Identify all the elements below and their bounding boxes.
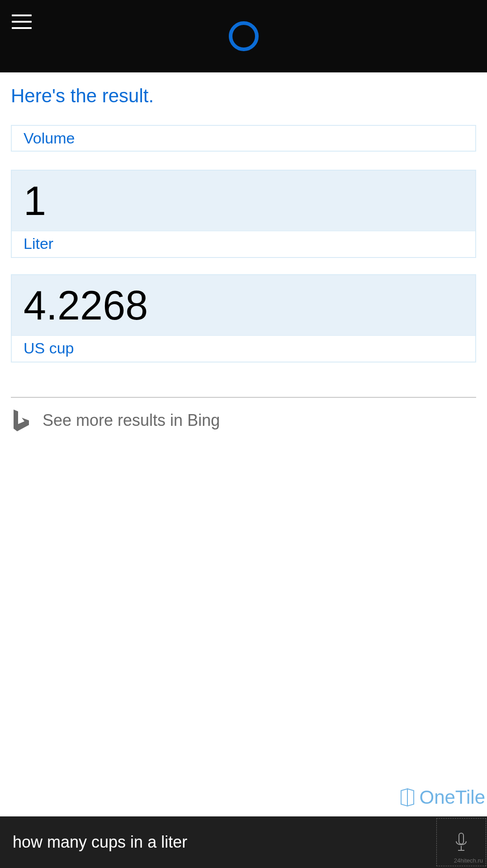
- onetile-icon: [398, 787, 416, 808]
- microphone-icon: [454, 831, 468, 853]
- to-unit-selector[interactable]: US cup: [12, 335, 475, 362]
- to-card: 4.2268 US cup: [11, 274, 476, 362]
- content-area: Here's the result. Volume 1 Liter 4.2268…: [0, 72, 487, 816]
- search-bar[interactable]: how many cups in a liter 24hitech.ru: [0, 816, 487, 868]
- bing-link-label: See more results in Bing: [43, 411, 220, 430]
- from-value: 1: [24, 179, 463, 224]
- divider: [11, 397, 476, 398]
- from-value-field[interactable]: 1: [12, 171, 475, 231]
- category-selector[interactable]: Volume: [11, 125, 476, 152]
- search-query: how many cups in a liter: [13, 833, 436, 852]
- see-more-bing-link[interactable]: See more results in Bing: [11, 409, 476, 432]
- to-unit-label: US cup: [24, 339, 74, 357]
- svg-rect-0: [459, 833, 463, 844]
- category-label: Volume: [24, 129, 75, 147]
- microphone-button[interactable]: 24hitech.ru: [436, 818, 486, 866]
- onetile-label: OneTile: [419, 787, 485, 808]
- to-value-field[interactable]: 4.2268: [12, 275, 475, 335]
- cortana-icon[interactable]: [229, 21, 259, 51]
- watermark-text: 24hitech.ru: [454, 857, 483, 864]
- app-header: [0, 0, 487, 72]
- onetile-badge: OneTile: [398, 787, 485, 808]
- to-value: 4.2268: [24, 283, 463, 328]
- bing-icon: [11, 409, 31, 432]
- result-title: Here's the result.: [11, 85, 476, 107]
- from-card: 1 Liter: [11, 170, 476, 258]
- menu-icon[interactable]: [12, 14, 32, 29]
- from-unit-label: Liter: [24, 235, 53, 252]
- from-unit-selector[interactable]: Liter: [12, 231, 475, 257]
